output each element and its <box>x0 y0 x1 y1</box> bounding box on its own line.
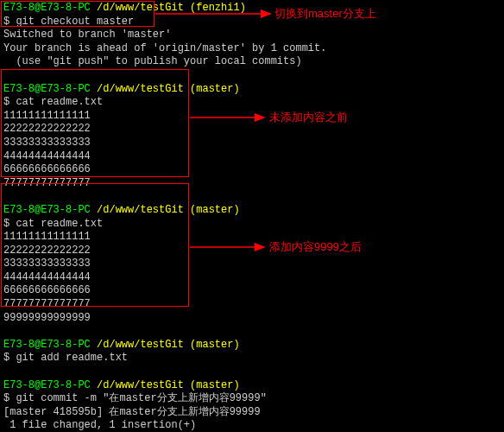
prompt-line: E73-8@E73-8-PC /d/www/testGit (master) <box>3 339 501 353</box>
output-line: Your branch is ahead of 'origin/master' … <box>3 42 501 56</box>
prompt-branch: (master) <box>190 339 240 351</box>
output-line: 77777777777777 <box>3 298 501 312</box>
prompt-branch: (master) <box>190 204 240 216</box>
prompt-path: /d/www/testGit <box>97 379 184 391</box>
command-line: $ git commit -m "在master分支上新增内容99999" <box>3 392 501 406</box>
output-line: 11111111111111 <box>3 110 501 124</box>
command-text: git add readme.txt <box>16 352 128 364</box>
command-text: git commit -m "在master分支上新增内容99999" <box>16 392 266 404</box>
output-line: 22222222222222 <box>3 123 501 137</box>
prompt-path: /d/www/testGit <box>97 204 184 216</box>
output-line: 44444444444444 <box>3 271 501 285</box>
output-line: 33333333333333 <box>3 257 501 271</box>
prompt-branch: (master) <box>190 379 240 391</box>
prompt-line: E73-8@E73-8-PC /d/www/testGit (fenzhi1) <box>3 2 501 16</box>
prompt-branch: (master) <box>190 83 240 95</box>
prompt-path: /d/www/testGit <box>97 339 184 351</box>
output-line: 1 file changed, 1 insertion(+) <box>3 419 501 432</box>
output-line: (use "git push" to publish your local co… <box>3 55 501 69</box>
command-text: cat readme.txt <box>16 96 103 108</box>
output-line: 66666666666666 <box>3 163 501 177</box>
prompt-user: E73-8@E73-8-PC <box>3 2 91 14</box>
output-line: 99999999999999 <box>3 312 501 326</box>
prompt-path: /d/www/testGit <box>97 2 184 14</box>
output-line: [master 418595b] 在master分支上新增内容99999 <box>3 406 501 420</box>
prompt-user: E73-8@E73-8-PC <box>3 379 91 391</box>
output-line: 33333333333333 <box>3 137 501 150</box>
command-line: $ cat readme.txt <box>3 96 501 110</box>
prompt-user: E73-8@E73-8-PC <box>3 83 91 95</box>
output-line: 66666666666666 <box>3 284 501 298</box>
command-line: $ git add readme.txt <box>3 352 501 365</box>
prompt-line: E73-8@E73-8-PC /d/www/testGit (master) <box>3 204 501 218</box>
output-line: Switched to branch 'master' <box>3 29 501 42</box>
prompt-line: E73-8@E73-8-PC /d/www/testGit (master) <box>3 83 501 97</box>
command-line: $ git checkout master <box>3 16 501 29</box>
prompt-line: E73-8@E73-8-PC /d/www/testGit (master) <box>3 379 501 393</box>
prompt-path: /d/www/testGit <box>97 83 184 95</box>
command-text: git checkout master <box>16 16 134 28</box>
prompt-branch: (fenzhi1) <box>190 2 246 14</box>
terminal-output: E73-8@E73-8-PC /d/www/testGit (fenzhi1) … <box>0 0 504 432</box>
output-line: 77777777777777 <box>3 177 501 191</box>
output-line: 11111111111111 <box>3 231 501 245</box>
output-line: 22222222222222 <box>3 245 501 258</box>
command-text: cat readme.txt <box>16 218 103 230</box>
output-line: 44444444444444 <box>3 150 501 164</box>
prompt-user: E73-8@E73-8-PC <box>3 204 91 216</box>
prompt-user: E73-8@E73-8-PC <box>3 339 91 351</box>
command-line: $ cat readme.txt <box>3 218 501 232</box>
